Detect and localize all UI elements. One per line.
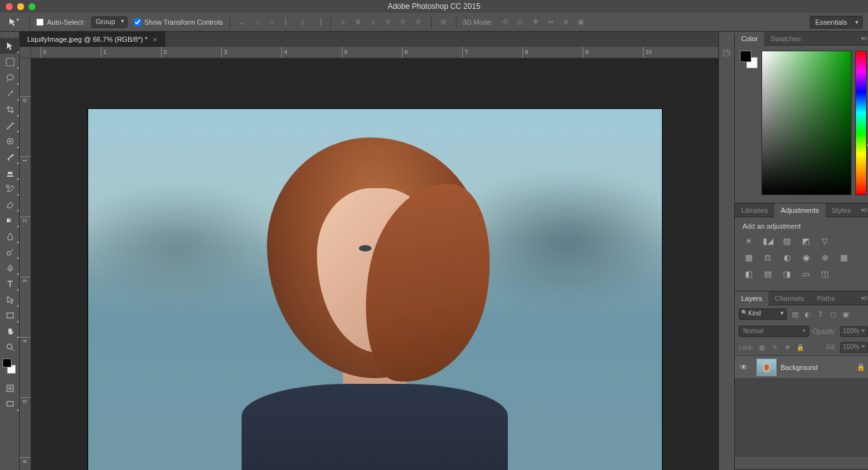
dodge-tool[interactable] xyxy=(0,244,20,260)
hue-sat-icon[interactable]: ▦ xyxy=(742,251,755,263)
tab-adjustments[interactable]: Adjustments xyxy=(774,203,826,217)
foreground-background-colors[interactable] xyxy=(0,357,20,375)
gradient-tool[interactable] xyxy=(0,212,20,228)
history-brush-tool[interactable] xyxy=(0,181,20,196)
selective-color-icon[interactable]: ◫ xyxy=(819,268,831,279)
layer-thumbnail[interactable] xyxy=(756,359,777,376)
distribute-left-icon[interactable]: ⊪ xyxy=(383,16,394,28)
eyedropper-tool[interactable] xyxy=(0,117,20,133)
zoom-tool[interactable] xyxy=(0,339,20,355)
3d-orbit-icon[interactable]: ⟲ xyxy=(499,16,510,28)
bw-icon[interactable]: ◐ xyxy=(781,251,793,263)
3d-zoom-icon[interactable]: ⊕ xyxy=(560,16,571,28)
layer-name[interactable]: Background xyxy=(781,364,857,371)
color-field[interactable] xyxy=(761,51,852,195)
align-left-edges-icon[interactable]: ▏ xyxy=(282,16,294,28)
horizontal-ruler[interactable]: 012345678910 xyxy=(31,47,718,58)
filter-adjustment-icon[interactable]: ◐ xyxy=(803,310,812,319)
opacity-value[interactable]: 100% xyxy=(840,326,868,337)
layers-panel-menu[interactable]: ▾≡ xyxy=(857,295,868,302)
color-fgbg-swatch[interactable] xyxy=(740,51,758,68)
fill-value[interactable]: 100% xyxy=(840,342,868,353)
zoom-window-button[interactable] xyxy=(29,3,36,10)
show-transform-input[interactable] xyxy=(134,18,141,26)
tab-paths[interactable]: Paths xyxy=(811,291,841,305)
document-tab[interactable]: LiquifyImage.jpeg @ 66.7% (RGB/8*) * × xyxy=(20,32,165,47)
rectangle-tool[interactable] xyxy=(0,307,20,323)
3d-slide-icon[interactable]: ⇔ xyxy=(545,16,556,28)
tab-libraries[interactable]: Libraries xyxy=(735,203,774,217)
history-panel-icon[interactable]: ◳ xyxy=(719,45,734,59)
distribute-top-icon[interactable]: ≡ xyxy=(337,16,349,28)
canvas-image[interactable] xyxy=(88,109,662,470)
path-select-tool[interactable] xyxy=(0,291,20,307)
minimize-window-button[interactable] xyxy=(17,3,24,10)
lock-position-icon[interactable]: ✥ xyxy=(783,343,792,352)
quick-mask-button[interactable] xyxy=(0,380,20,396)
move-tool[interactable] xyxy=(0,38,20,54)
adjustments-panel-menu[interactable]: ▾≡ xyxy=(857,206,868,213)
filter-smart-icon[interactable]: ▣ xyxy=(841,310,850,319)
tab-layers[interactable]: Layers xyxy=(735,291,768,305)
layer-item[interactable]: 👁 Background 🔒 xyxy=(735,356,868,379)
screen-mode-button[interactable] xyxy=(0,396,20,412)
type-tool[interactable] xyxy=(0,276,20,291)
lock-transparency-icon[interactable]: ▦ xyxy=(758,343,767,352)
filter-shape-icon[interactable]: ▢ xyxy=(829,310,838,319)
color-panel-menu[interactable]: ▾≡ xyxy=(857,35,868,42)
pen-tool[interactable] xyxy=(0,260,20,276)
hand-tool[interactable] xyxy=(0,323,20,339)
filter-type-icon[interactable]: T xyxy=(816,310,825,319)
hue-slider[interactable] xyxy=(855,51,867,195)
color-balance-icon[interactable]: ⚖ xyxy=(761,251,774,263)
auto-align-icon[interactable]: ⊞ xyxy=(438,16,450,28)
crop-tool[interactable] xyxy=(0,101,20,117)
vibrance-icon[interactable]: ▽ xyxy=(819,235,831,246)
auto-select-checkbox[interactable]: Auto-Select: xyxy=(36,18,85,26)
lasso-tool[interactable] xyxy=(0,70,20,86)
blur-tool[interactable] xyxy=(0,228,20,244)
align-horizontal-centers-icon[interactable]: ┼ xyxy=(297,16,309,28)
color-lookup-icon[interactable]: ▦ xyxy=(838,251,850,263)
photo-filter-icon[interactable]: ◉ xyxy=(800,251,812,263)
tab-styles[interactable]: Styles xyxy=(826,203,857,217)
magic-wand-tool[interactable] xyxy=(0,86,20,101)
canvas-viewport[interactable] xyxy=(31,58,718,470)
brush-tool[interactable] xyxy=(0,149,20,165)
distribute-vcenter-icon[interactable]: ≣ xyxy=(353,16,364,28)
auto-select-input[interactable] xyxy=(36,18,44,26)
auto-select-mode-dropdown[interactable]: Group xyxy=(91,16,127,28)
gradient-map-icon[interactable]: ▭ xyxy=(800,268,812,279)
tab-color[interactable]: Color xyxy=(735,32,764,46)
layer-filter-kind-dropdown[interactable]: Kind xyxy=(739,308,787,320)
threshold-icon[interactable]: ◨ xyxy=(781,268,793,279)
align-vertical-centers-icon[interactable]: ⫞ xyxy=(252,16,263,28)
distribute-hcenter-icon[interactable]: ⊪ xyxy=(398,16,410,28)
active-tool-icon[interactable] xyxy=(5,16,23,29)
marquee-tool[interactable] xyxy=(0,54,20,70)
show-transform-checkbox[interactable]: Show Transform Controls xyxy=(134,18,223,26)
exposure-icon[interactable]: ◩ xyxy=(800,235,812,246)
filter-pixel-icon[interactable]: ▧ xyxy=(791,310,800,319)
distribute-bottom-icon[interactable]: ≡ xyxy=(368,16,379,28)
spot-heal-tool[interactable] xyxy=(0,133,20,149)
lock-all-icon[interactable]: 🔒 xyxy=(796,343,805,352)
curves-icon[interactable]: ▨ xyxy=(781,235,793,246)
3d-camera-icon[interactable]: ▣ xyxy=(575,16,586,28)
eraser-tool[interactable] xyxy=(0,196,20,212)
3d-pan-icon[interactable]: ✥ xyxy=(529,16,541,28)
brightness-contrast-icon[interactable]: ☀ xyxy=(742,235,755,246)
foreground-color-swatch[interactable] xyxy=(3,359,11,367)
workspace-dropdown[interactable]: Essentials xyxy=(810,16,863,29)
dock-grip[interactable]: ⋮⋮ xyxy=(722,37,732,42)
align-bottom-edges-icon[interactable]: ⫟ xyxy=(267,16,278,28)
align-right-edges-icon[interactable]: ▕ xyxy=(313,16,324,28)
channel-mixer-icon[interactable]: ⊗ xyxy=(819,251,831,263)
3d-roll-icon[interactable]: ◎ xyxy=(514,16,526,28)
distribute-right-icon[interactable]: ⊪ xyxy=(413,16,425,28)
layer-visibility-toggle[interactable]: 👁 xyxy=(735,363,753,372)
align-top-edges-icon[interactable]: ⫠ xyxy=(236,16,248,28)
tab-channels[interactable]: Channels xyxy=(768,291,810,305)
blend-mode-dropdown[interactable]: Normal xyxy=(739,326,809,337)
invert-icon[interactable]: ◧ xyxy=(742,268,755,279)
